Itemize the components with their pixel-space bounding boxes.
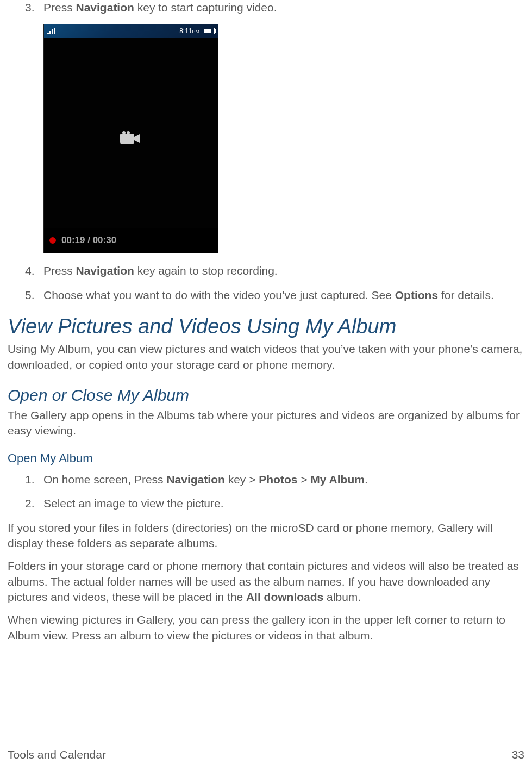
page-footer: Tools and Calendar 33: [8, 747, 524, 762]
subsection-open-close: Open or Close My Album: [8, 384, 524, 407]
paragraph-folders-note: If you stored your files in folders (dir…: [8, 520, 524, 551]
subheading-open-my-album: Open My Album: [8, 450, 524, 467]
record-indicator-icon: [49, 237, 56, 244]
camcorder-icon: [120, 131, 142, 146]
step-number: 2.: [25, 496, 43, 511]
bold-navigation: Navigation: [76, 1, 134, 14]
open-step-2: 2. Select an image to view the picture.: [8, 496, 524, 511]
step-number: 5.: [25, 288, 43, 303]
recording-time: 00:19 / 00:30: [61, 234, 116, 247]
statusbar-time: 8:11PM: [179, 27, 199, 35]
step-text: Choose what you want to do with the vide…: [43, 288, 524, 303]
phone-frame: 8:11PM 00:19 / 00:30: [43, 24, 218, 253]
bold-navigation: Navigation: [166, 473, 224, 486]
svg-point-1: [122, 131, 126, 134]
section-intro: Using My Album, you can view pictures an…: [8, 341, 524, 372]
step-text: On home screen, Press Navigation key > P…: [43, 472, 524, 487]
subsection-intro: The Gallery app opens in the Albums tab …: [8, 408, 524, 439]
step-5: 5. Choose what you want to do with the v…: [8, 288, 524, 303]
phone-screenshot: 8:11PM 00:19 / 00:30: [43, 24, 524, 253]
instruction-list-top: 3. Press Navigation key to start capturi…: [8, 0, 524, 15]
paragraph-gallery-return: When viewing pictures in Gallery, you ca…: [8, 612, 524, 643]
svg-rect-0: [120, 134, 134, 144]
step-text: Press Navigation key again to stop recor…: [43, 263, 524, 278]
open-album-steps: 1. On home screen, Press Navigation key …: [8, 472, 524, 512]
open-step-1: 1. On home screen, Press Navigation key …: [8, 472, 524, 487]
bold-options: Options: [395, 289, 438, 301]
bold-my-album: My Album: [310, 473, 365, 486]
section-heading-view-pictures: View Pictures and Videos Using My Album: [8, 313, 524, 340]
step-text: Select an image to view the picture.: [43, 496, 524, 511]
bold-all-downloads: All downloads: [246, 591, 323, 603]
phone-statusbar: 8:11PM: [44, 24, 218, 38]
step-4: 4. Press Navigation key again to stop re…: [8, 263, 524, 278]
step-text: Press Navigation key to start capturing …: [43, 0, 524, 15]
signal-icon: [47, 28, 56, 34]
paragraph-all-downloads: Folders in your storage card or phone me…: [8, 558, 524, 605]
step-number: 4.: [25, 263, 43, 278]
footer-page-number: 33: [512, 747, 524, 762]
battery-icon: [203, 28, 215, 34]
bold-navigation: Navigation: [76, 264, 134, 277]
recording-timebar: 00:19 / 00:30: [44, 228, 218, 253]
instruction-list-mid: 4. Press Navigation key again to stop re…: [8, 263, 524, 303]
footer-section: Tools and Calendar: [8, 747, 106, 762]
step-number: 1.: [25, 472, 43, 487]
svg-point-2: [127, 131, 130, 134]
bold-photos: Photos: [259, 473, 297, 486]
step-number: 3.: [25, 0, 43, 15]
step-3: 3. Press Navigation key to start capturi…: [8, 0, 524, 15]
